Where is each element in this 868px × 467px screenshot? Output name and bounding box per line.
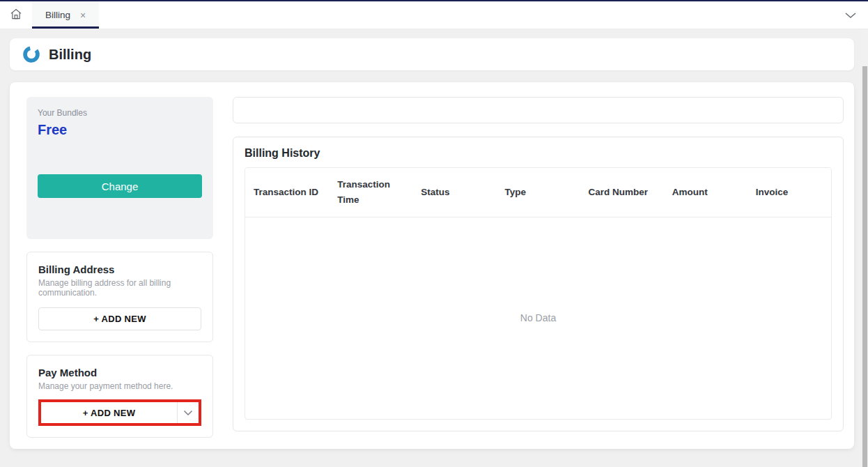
billing-address-description: Manage billing address for all billing c…: [38, 278, 204, 298]
history-filter-bar: [233, 97, 844, 123]
chevron-down-icon: [183, 406, 193, 419]
pay-method-dropdown-toggle[interactable]: [178, 402, 199, 423]
add-pay-method-button[interactable]: + ADD NEW: [41, 402, 178, 423]
table-header-row: Transaction ID Transaction Time Status T…: [245, 168, 831, 217]
billing-history-card: Billing History Transaction ID Transacti…: [233, 137, 844, 431]
scrollbar[interactable]: [862, 29, 868, 467]
collapse-toggle[interactable]: [844, 1, 857, 29]
pay-method-title: Pay Method: [38, 367, 201, 378]
column-type: Type: [496, 168, 580, 217]
bundles-label: Your Bundles: [38, 108, 202, 118]
column-transaction-id: Transaction ID: [245, 168, 329, 217]
billing-content: Your Bundles Free Change Billing Address…: [10, 82, 854, 449]
current-plan: Free: [38, 122, 202, 138]
billing-history-table: Transaction ID Transaction Time Status T…: [245, 167, 832, 420]
billing-address-card: Billing Address Manage billing address f…: [26, 252, 213, 342]
scrollbar-thumb[interactable]: [862, 66, 867, 467]
column-amount: Amount: [664, 168, 747, 217]
column-status: Status: [412, 168, 496, 217]
column-invoice: Invoice: [747, 168, 831, 217]
tab-bar: Billing ×: [0, 1, 868, 29]
your-bundles-card: Your Bundles Free Change: [26, 97, 213, 239]
billing-sidebar: Your Bundles Free Change Billing Address…: [26, 97, 213, 432]
empty-state-text: No Data: [245, 217, 831, 420]
chevron-down-icon: [844, 9, 857, 22]
billing-ring-logo-icon: [22, 45, 40, 63]
column-card-number: Card Number: [580, 168, 664, 217]
pay-method-card: Pay Method Manage your payment method he…: [26, 355, 213, 438]
highlight-annotation-box: + ADD NEW: [38, 399, 201, 426]
column-transaction-time: Transaction Time: [329, 168, 412, 217]
tab-label: Billing: [45, 10, 70, 20]
page-header: Billing: [10, 38, 854, 70]
billing-history-title: Billing History: [245, 147, 832, 160]
home-button[interactable]: [0, 1, 32, 29]
add-billing-address-button[interactable]: + ADD NEW: [38, 307, 201, 330]
pay-method-description: Manage your payment method here.: [38, 381, 204, 391]
billing-address-title: Billing Address: [38, 263, 201, 275]
close-icon[interactable]: ×: [80, 10, 86, 20]
tab-billing[interactable]: Billing ×: [32, 1, 99, 29]
billing-main-panel: Billing History Transaction ID Transacti…: [233, 97, 844, 432]
home-icon: [9, 7, 23, 24]
page-title: Billing: [49, 47, 91, 63]
change-plan-button[interactable]: Change: [38, 174, 202, 198]
